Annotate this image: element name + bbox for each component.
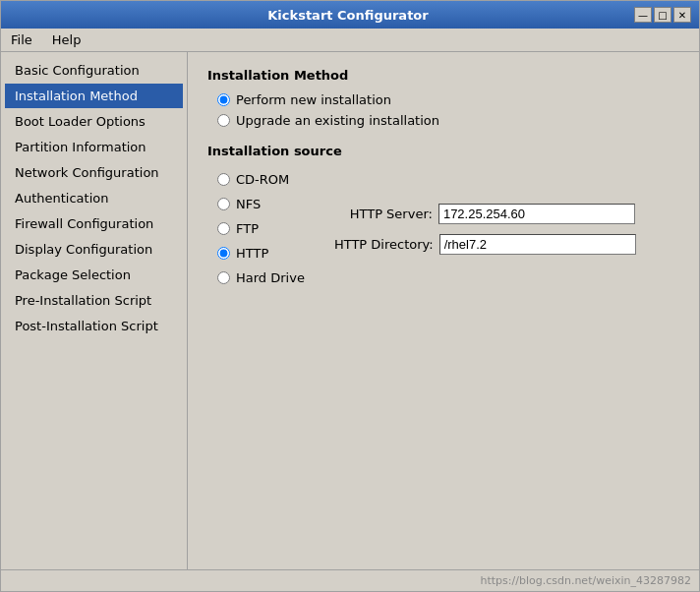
main-panel: Installation Method Perform new installa… <box>188 52 699 569</box>
sidebar-item-pre-installation-script[interactable]: Pre-Installation Script <box>5 288 183 313</box>
radio-perform-new[interactable]: Perform new installation <box>217 92 679 107</box>
radio-harddrive-input[interactable] <box>217 271 230 284</box>
sidebar-item-firewall-configuration[interactable]: Firewall Configuration <box>5 211 183 236</box>
radio-nfs-label: NFS <box>236 197 261 211</box>
sidebar-item-basic-configuration[interactable]: Basic Configuration <box>5 58 183 83</box>
sidebar-item-boot-loader-options[interactable]: Boot Loader Options <box>5 109 183 134</box>
menubar: File Help <box>1 29 699 52</box>
sidebar-item-installation-method[interactable]: Installation Method <box>5 84 183 108</box>
http-server-label: HTTP Server: <box>334 207 433 221</box>
http-directory-input[interactable] <box>439 234 636 255</box>
radio-upgrade[interactable]: Upgrade an existing installation <box>217 113 679 128</box>
source-cdrom[interactable]: CD-ROM <box>217 172 305 187</box>
window-controls: — □ ✕ <box>634 7 691 23</box>
source-area: CD-ROM NFS FTP HTTP <box>207 168 679 285</box>
window-title: Kickstart Configurator <box>62 8 634 23</box>
source-ftp[interactable]: FTP <box>217 221 305 236</box>
radio-ftp-input[interactable] <box>217 222 230 235</box>
radio-nfs-input[interactable] <box>217 198 230 210</box>
http-server-input[interactable] <box>438 204 635 224</box>
sidebar-item-partition-information[interactable]: Partition Information <box>5 135 183 159</box>
radio-ftp-label: FTP <box>236 221 259 236</box>
radio-harddrive-label: Hard Drive <box>236 270 305 285</box>
radio-upgrade-label: Upgrade an existing installation <box>236 113 439 128</box>
menu-file[interactable]: File <box>5 30 38 49</box>
maximize-button[interactable]: □ <box>654 7 671 23</box>
source-nfs[interactable]: NFS <box>217 197 305 211</box>
close-button[interactable]: ✕ <box>673 7 691 23</box>
source-fields: HTTP Server: HTTP Directory: <box>334 168 636 285</box>
content-area: Basic Configuration Installation Method … <box>1 52 699 569</box>
installation-source-title: Installation source <box>207 144 679 158</box>
install-type-group: Perform new installation Upgrade an exis… <box>217 92 679 128</box>
sidebar-item-display-configuration[interactable]: Display Configuration <box>5 237 183 262</box>
radio-perform-new-label: Perform new installation <box>236 92 391 107</box>
sidebar-item-network-configuration[interactable]: Network Configuration <box>5 160 183 185</box>
menu-help[interactable]: Help <box>46 30 88 49</box>
main-window: Kickstart Configurator — □ ✕ File Help B… <box>0 0 700 592</box>
sidebar-item-authentication[interactable]: Authentication <box>5 186 183 210</box>
watermark: https://blog.csdn.net/weixin_43287982 <box>480 574 691 587</box>
radio-cdrom-input[interactable] <box>217 173 230 186</box>
radio-http-input[interactable] <box>217 247 230 260</box>
minimize-button[interactable]: — <box>634 7 652 23</box>
radio-upgrade-input[interactable] <box>217 114 230 127</box>
radio-cdrom-label: CD-ROM <box>236 172 289 187</box>
radio-http-label: HTTP <box>236 246 268 261</box>
sidebar-item-package-selection[interactable]: Package Selection <box>5 263 183 287</box>
http-server-row: HTTP Server: <box>334 204 636 224</box>
http-directory-label: HTTP Directory: <box>334 237 434 252</box>
source-http[interactable]: HTTP <box>217 246 305 261</box>
sidebar: Basic Configuration Installation Method … <box>1 52 188 569</box>
titlebar: Kickstart Configurator — □ ✕ <box>1 1 699 29</box>
radio-perform-new-input[interactable] <box>217 93 230 106</box>
source-radio-group: CD-ROM NFS FTP HTTP <box>217 168 305 285</box>
http-directory-row: HTTP Directory: <box>334 234 636 255</box>
sidebar-item-post-installation-script[interactable]: Post-Installation Script <box>5 314 183 338</box>
installation-method-title: Installation Method <box>207 68 679 83</box>
source-hard-drive[interactable]: Hard Drive <box>217 270 305 285</box>
bottom-bar: https://blog.csdn.net/weixin_43287982 <box>1 569 699 591</box>
